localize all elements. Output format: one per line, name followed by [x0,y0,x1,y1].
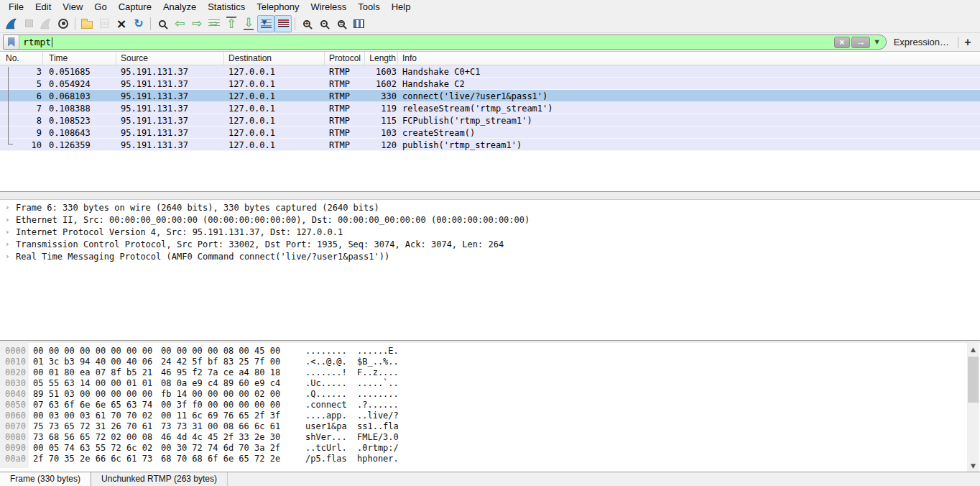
scroll-down-icon[interactable]: ▼ [967,459,979,472]
menu-telephony[interactable]: Telephony [251,0,305,14]
hex-row[interactable]: 0080 73 68 56 65 72 02 00 08 46 4d 4c 45… [0,432,966,443]
menu-go[interactable]: Go [88,0,112,14]
hex-row[interactable]: 0050 07 63 6f 6e 6e 65 63 74 00 3f f0 00… [0,400,966,411]
zoom-out-icon[interactable]: - [315,15,333,32]
hex-bytes: 73 73 31 00 08 66 6c 61 [161,421,280,432]
hex-row[interactable]: 0020 00 01 80 ea 07 8f b5 21 46 95 f2 7a… [0,367,966,378]
packet-row-selected[interactable]: 6 0.068103 95.191.131.37 127.0.0.1 RTMP … [0,90,980,102]
hex-bytes: 46 95 f2 7a ce a4 80 18 [161,367,280,378]
hex-ascii: .Q...... [305,389,347,400]
capture-options-icon[interactable] [55,15,72,32]
cell-length: 103 [365,128,398,138]
column-header-protocol[interactable]: Protocol [325,52,365,65]
close-capture-icon[interactable]: × [113,15,130,32]
restart-capture-icon[interactable] [37,15,55,32]
filter-text[interactable]: rtmpt [19,37,834,47]
column-header-length[interactable]: Length [365,52,398,65]
hex-row[interactable]: 0070 75 73 65 72 31 26 70 61 73 73 31 00… [0,421,966,432]
expand-chevron-icon[interactable]: › [6,203,16,212]
next-packet-icon[interactable]: ⇨ [188,15,205,32]
expand-chevron-icon[interactable]: › [6,215,16,224]
menu-view[interactable]: View [57,0,88,14]
tab-unchunked-rtmp[interactable]: Unchunked RTMP (263 bytes) [91,472,228,486]
column-header-no[interactable]: No. [0,52,43,65]
expression-button[interactable]: Expression… [894,37,949,47]
packet-row[interactable]: 5 0.054924 95.191.131.37 127.0.0.1 RTMP … [0,78,980,90]
packet-details-pane: › Frame 6: 330 bytes on wire (2640 bits)… [0,200,980,340]
auto-scroll-icon[interactable] [257,15,274,32]
column-header-time[interactable]: Time [43,52,116,65]
hex-row[interactable]: 00a0 2f 70 35 2e 66 6c 61 73 68 70 68 6f… [0,454,966,464]
hex-dump-pane: 0000 00 00 00 00 00 00 00 00 00 00 00 00… [0,343,980,472]
hex-row[interactable]: 0040 89 51 03 00 00 00 00 00 fb 14 00 00… [0,389,966,400]
expand-chevron-icon[interactable]: › [6,239,16,249]
menu-file[interactable]: File [3,0,29,14]
packet-row[interactable]: 10 0.126359 95.191.131.37 127.0.0.1 RTMP… [0,139,980,151]
cell-time: 0.054924 [43,79,116,89]
reload-file-icon[interactable]: ↻ [130,15,147,32]
column-header-destination[interactable]: Destination [224,52,325,65]
hex-ascii: user1&pa [305,421,347,432]
start-capture-icon[interactable] [3,15,20,32]
scroll-up-icon[interactable]: ▲ [967,343,979,355]
tab-frame[interactable]: Frame (330 bytes) [0,472,91,486]
resize-columns-icon[interactable] [350,15,367,32]
hex-offset: 0080 [5,432,26,443]
packet-row[interactable]: 9 0.108643 95.191.131.37 127.0.0.1 RTMP … [0,127,980,139]
cell-source: 95.191.131.37 [116,140,224,150]
expand-chevron-icon[interactable]: › [6,227,16,237]
stop-capture-icon[interactable] [20,15,37,32]
menu-edit[interactable]: Edit [29,0,57,14]
add-filter-button[interactable]: + [958,36,977,49]
menu-wireless[interactable]: Wireless [305,0,352,14]
filter-apply-button[interactable]: → [851,37,870,48]
expand-chevron-icon[interactable]: › [6,252,16,261]
save-file-icon[interactable] [96,15,113,32]
packet-row[interactable]: 7 0.108388 95.191.131.37 127.0.0.1 RTMP … [0,102,980,114]
related-packets-line [8,67,9,145]
packet-row[interactable]: 3 0.051685 95.191.131.37 127.0.0.1 RTMP … [0,65,980,78]
menu-tools[interactable]: Tools [352,0,385,14]
hex-bytes: 46 4d 4c 45 2f 33 2e 30 [161,432,280,443]
pane-splitter[interactable] [0,191,980,200]
go-to-packet-icon[interactable]: ⇨ [205,15,223,32]
hex-offset: 0020 [5,367,26,378]
packet-row[interactable]: 8 0.108523 95.191.131.37 127.0.0.1 RTMP … [0,114,980,127]
colorize-icon[interactable] [274,15,292,32]
hex-row[interactable]: 0030 05 55 63 14 00 00 01 01 08 0a e9 c4… [0,378,966,389]
detail-frame[interactable]: › Frame 6: 330 bytes on wire (2640 bits)… [0,201,980,214]
detail-tcp[interactable]: › Transmission Control Protocol, Src Por… [0,238,980,250]
menu-help[interactable]: Help [386,0,417,14]
first-packet-icon[interactable]: ⇧ [223,15,240,32]
detail-ip[interactable]: › Internet Protocol Version 4, Src: 95.1… [0,226,980,238]
hex-ascii: $B_..%.. [357,357,399,367]
open-file-icon[interactable] [78,15,96,32]
hex-row[interactable]: 0010 01 3c b3 94 40 00 40 06 24 42 5f bf… [0,357,966,367]
zoom-in-icon[interactable]: + [298,15,315,32]
menu-analyze[interactable]: Analyze [157,0,202,14]
hex-offset: 0050 [5,400,26,411]
find-packet-icon[interactable] [154,15,171,32]
cell-no: 5 [0,79,43,89]
scrollbar-thumb[interactable] [968,357,979,403]
cell-time: 0.051685 [43,67,116,77]
previous-packet-icon[interactable]: ⇦ [171,15,188,32]
menu-statistics[interactable]: Statistics [202,0,251,14]
detail-rtmp[interactable]: › Real Time Messaging Protocol (AMF0 Com… [0,250,980,262]
filter-dropdown-icon[interactable]: ▼ [872,39,883,45]
cell-no: 10 [0,140,43,150]
detail-ethernet[interactable]: › Ethernet II, Src: 00:00:00_00:00:00 (0… [0,214,980,226]
display-filter-input[interactable]: rtmpt × → ▼ [3,35,887,50]
hex-row[interactable]: 0000 00 00 00 00 00 00 00 00 00 00 00 00… [0,346,966,357]
hex-row[interactable]: 0060 00 03 00 03 61 70 70 02 00 11 6c 69… [0,411,966,421]
column-header-source[interactable]: Source [116,52,224,65]
menu-capture[interactable]: Capture [113,0,157,14]
zoom-normal-icon[interactable]: = [333,15,350,32]
vertical-scrollbar[interactable]: ▲ ▼ [967,343,979,472]
filter-clear-button[interactable]: × [834,37,850,48]
hex-bytes: 68 70 68 6f 6e 65 72 2e [161,454,280,464]
filter-bookmark-button[interactable] [4,35,19,49]
column-header-info[interactable]: Info [398,52,980,65]
hex-row[interactable]: 0090 00 05 74 63 55 72 6c 02 00 30 72 74… [0,443,966,454]
last-packet-icon[interactable]: ⇩ [240,15,257,32]
